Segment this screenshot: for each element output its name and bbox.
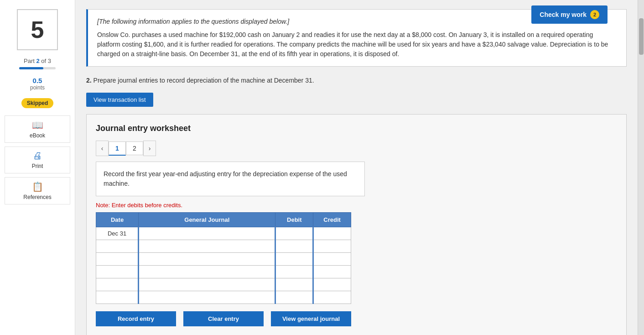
clear-entry-button[interactable]: Clear entry xyxy=(183,311,264,326)
references-button[interactable]: 📋 References xyxy=(5,177,70,204)
debit-cell-4[interactable] xyxy=(275,266,313,278)
scrollbar[interactable] xyxy=(638,0,644,335)
journal-input-6[interactable] xyxy=(139,291,275,304)
print-icon: 🖨 xyxy=(33,151,42,161)
journal-cell-1[interactable] xyxy=(139,227,275,240)
date-cell-6 xyxy=(96,291,139,304)
table-row xyxy=(96,278,351,291)
journal-input-3[interactable] xyxy=(139,253,275,265)
journal-cell-3[interactable] xyxy=(139,253,275,266)
journal-input-5[interactable] xyxy=(139,278,275,291)
check-my-work-label: Check my work xyxy=(540,11,587,18)
check-badge: 2 xyxy=(590,10,599,19)
tab-navigation: ‹ 1 2 › xyxy=(96,141,617,156)
credit-input-4[interactable] xyxy=(314,266,351,278)
debit-input-4[interactable] xyxy=(276,266,312,278)
tab-next-arrow[interactable]: › xyxy=(143,141,156,156)
tab-prev-arrow[interactable]: ‹ xyxy=(96,141,109,156)
credit-cell-4[interactable] xyxy=(313,266,351,278)
date-cell-2 xyxy=(96,240,139,253)
debit-cell-3[interactable] xyxy=(275,253,313,266)
credit-input-6[interactable] xyxy=(314,291,351,304)
date-cell-4 xyxy=(96,266,139,278)
part-rest: of 3 xyxy=(41,58,51,64)
note-text: Note: Enter debits before credits. xyxy=(96,202,617,209)
debit-input-2[interactable] xyxy=(276,240,312,252)
print-label: Print xyxy=(32,163,43,169)
date-cell-1: Dec 31 xyxy=(96,227,139,240)
journal-table: Date General Journal Debit Credit Dec 31 xyxy=(96,212,351,304)
debit-input-3[interactable] xyxy=(276,253,312,265)
points-area: 0.5 points xyxy=(30,77,45,91)
scrollbar-thumb[interactable] xyxy=(639,18,644,55)
entry-description: Record the first year year-end adjusting… xyxy=(96,162,365,196)
col-header-credit: Credit xyxy=(313,213,351,227)
col-header-debit: Debit xyxy=(275,213,313,227)
journal-input-4[interactable] xyxy=(139,266,275,278)
debit-cell-5[interactable] xyxy=(275,278,313,291)
ebook-icon: 📖 xyxy=(32,120,43,131)
col-header-date: Date xyxy=(96,213,139,227)
progress-bar-fill xyxy=(19,67,43,69)
debit-input-6[interactable] xyxy=(276,291,312,304)
ebook-label: eBook xyxy=(30,132,45,139)
question-header: 2. Prepare journal entries to record dep… xyxy=(86,76,627,85)
date-cell-3 xyxy=(96,253,139,266)
sidebar-tools: 📖 eBook 🖨 Print 📋 References xyxy=(5,115,70,204)
check-my-work-button[interactable]: Check my work 2 xyxy=(531,5,608,24)
question-number-box: 5 xyxy=(17,9,58,50)
sidebar: 5 Part 2 of 3 0.5 points Skipped 📖 eBook… xyxy=(0,0,75,335)
question-text: Prepare journal entries to record deprec… xyxy=(93,77,314,84)
journal-cell-5[interactable] xyxy=(139,278,275,291)
progress-bar xyxy=(19,67,56,69)
credit-cell-5[interactable] xyxy=(313,278,351,291)
debit-cell-6[interactable] xyxy=(275,291,313,304)
table-row xyxy=(96,266,351,278)
credit-cell-6[interactable] xyxy=(313,291,351,304)
credit-input-2[interactable] xyxy=(314,240,351,252)
debit-cell-1[interactable] xyxy=(275,227,313,240)
info-body: Onslow Co. purchases a used machine for … xyxy=(97,30,617,59)
table-row xyxy=(96,253,351,266)
question-number-label: 2. xyxy=(86,77,92,84)
table-row xyxy=(96,291,351,304)
debit-cell-2[interactable] xyxy=(275,240,313,253)
credit-input-1[interactable] xyxy=(314,227,351,240)
tab-2[interactable]: 2 xyxy=(126,141,143,155)
references-label: References xyxy=(23,194,51,200)
credit-cell-1[interactable] xyxy=(313,227,351,240)
record-entry-button[interactable]: Record entry xyxy=(96,311,176,326)
references-icon: 📋 xyxy=(32,181,43,192)
credit-input-5[interactable] xyxy=(314,278,351,291)
main-content: [The following information applies to th… xyxy=(75,0,638,335)
action-buttons-row: Record entry Clear entry View general jo… xyxy=(96,311,351,326)
points-label: points xyxy=(30,84,45,91)
table-row: Dec 31 xyxy=(96,227,351,240)
journal-cell-6[interactable] xyxy=(139,291,275,304)
journal-entry-worksheet: Journal entry worksheet ‹ 1 2 › Record t… xyxy=(86,114,627,335)
tab-1[interactable]: 1 xyxy=(109,141,126,156)
credit-cell-2[interactable] xyxy=(313,240,351,253)
points-value: 0.5 xyxy=(30,77,45,84)
journal-input-1[interactable] xyxy=(139,227,275,240)
date-cell-5 xyxy=(96,278,139,291)
col-header-journal: General Journal xyxy=(139,213,275,227)
part-num: 2 xyxy=(36,58,39,64)
skipped-badge: Skipped xyxy=(21,98,54,108)
debit-input-5[interactable] xyxy=(276,278,312,291)
debit-input-1[interactable] xyxy=(276,227,312,240)
view-transaction-button[interactable]: View transaction list xyxy=(86,93,153,107)
journal-input-2[interactable] xyxy=(139,240,275,252)
journal-cell-2[interactable] xyxy=(139,240,275,253)
view-general-journal-button[interactable]: View general journal xyxy=(271,311,351,326)
question-number: 5 xyxy=(31,16,44,43)
ebook-button[interactable]: 📖 eBook xyxy=(5,115,70,143)
print-button[interactable]: 🖨 Print xyxy=(5,147,70,173)
credit-cell-3[interactable] xyxy=(313,253,351,266)
worksheet-title: Journal entry worksheet xyxy=(96,124,617,133)
journal-cell-4[interactable] xyxy=(139,266,275,278)
table-row xyxy=(96,240,351,253)
part-indicator: Part 2 of 3 xyxy=(24,58,51,64)
credit-input-3[interactable] xyxy=(314,253,351,265)
